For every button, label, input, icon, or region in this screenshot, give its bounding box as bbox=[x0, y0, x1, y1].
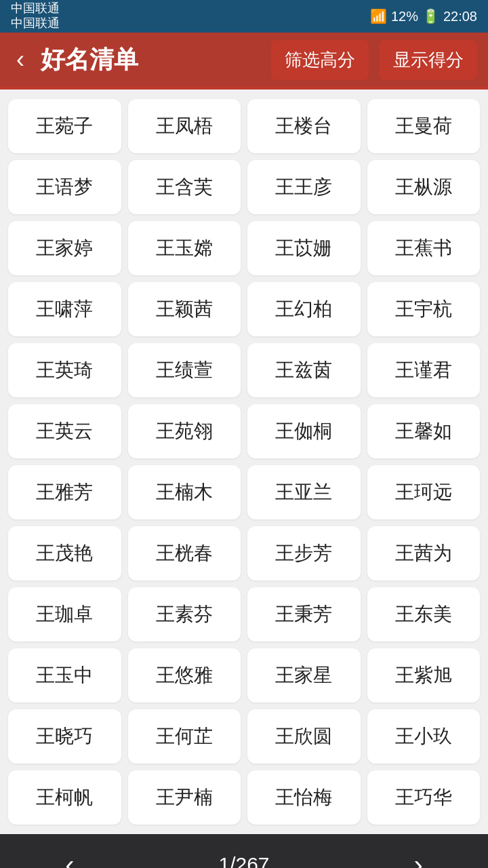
list-item[interactable]: 王紫旭 bbox=[367, 648, 481, 703]
bottom-navigation: ‹ 1/267 › bbox=[0, 834, 488, 868]
page-indicator: 1/267 bbox=[140, 853, 349, 868]
signal-icon: 📶 bbox=[370, 8, 387, 24]
list-item[interactable]: 王东美 bbox=[367, 587, 481, 642]
list-item[interactable]: 王苡姗 bbox=[247, 221, 361, 275]
list-item[interactable]: 王英琦 bbox=[8, 343, 121, 397]
list-item[interactable]: 王绩萱 bbox=[128, 343, 241, 397]
list-item[interactable]: 王宇杭 bbox=[367, 282, 481, 336]
list-item[interactable]: 王怡梅 bbox=[247, 770, 361, 825]
list-item[interactable]: 王玉中 bbox=[8, 648, 121, 703]
list-item[interactable]: 王幻柏 bbox=[247, 282, 361, 336]
list-item[interactable]: 王悠雅 bbox=[128, 648, 241, 703]
filter-high-score-button[interactable]: 筛选高分 bbox=[271, 40, 369, 80]
list-item[interactable]: 王王彦 bbox=[247, 160, 361, 214]
list-item[interactable]: 王茂艳 bbox=[8, 526, 121, 580]
list-item[interactable]: 王侞桐 bbox=[247, 404, 361, 458]
list-item[interactable]: 王楼台 bbox=[247, 99, 361, 153]
next-page-button[interactable]: › bbox=[348, 834, 488, 868]
list-item[interactable]: 王楠木 bbox=[128, 465, 241, 519]
list-item[interactable]: 王珂远 bbox=[367, 465, 481, 519]
list-item[interactable]: 王秉芳 bbox=[247, 587, 361, 642]
prev-page-button[interactable]: ‹ bbox=[0, 834, 140, 868]
status-bar: 中国联通 中国联通 📶 12% 🔋 22:08 bbox=[0, 0, 488, 33]
list-item[interactable]: 王苑翎 bbox=[128, 404, 241, 458]
time-display: 22:08 bbox=[443, 9, 477, 24]
list-item[interactable]: 王柯帆 bbox=[8, 770, 121, 825]
list-item[interactable]: 王语梦 bbox=[8, 160, 121, 214]
list-item[interactable]: 王桄春 bbox=[128, 526, 241, 580]
list-item[interactable]: 王茜为 bbox=[367, 526, 481, 580]
list-item[interactable]: 王含芙 bbox=[128, 160, 241, 214]
list-item[interactable]: 王步芳 bbox=[247, 526, 361, 580]
page-title: 好名清单 bbox=[41, 43, 260, 77]
battery-icon: 🔋 bbox=[422, 8, 439, 24]
show-score-button[interactable]: 显示得分 bbox=[380, 40, 477, 80]
list-item[interactable]: 王菀子 bbox=[8, 99, 121, 153]
list-item[interactable]: 王家星 bbox=[247, 648, 361, 703]
list-item[interactable]: 王蕉书 bbox=[367, 221, 481, 275]
list-item[interactable]: 王兹茵 bbox=[247, 343, 361, 397]
list-item[interactable]: 王晓巧 bbox=[8, 709, 121, 764]
carrier-info: 中国联通 中国联通 bbox=[11, 1, 60, 31]
list-item[interactable]: 王家婷 bbox=[8, 221, 121, 275]
list-item[interactable]: 王雅芳 bbox=[8, 465, 121, 519]
back-button[interactable]: ‹ bbox=[11, 40, 30, 79]
list-item[interactable]: 王颖茜 bbox=[128, 282, 241, 336]
list-item[interactable]: 王啸萍 bbox=[8, 282, 121, 336]
battery-level: 12% bbox=[391, 9, 418, 24]
list-item[interactable]: 王曼荷 bbox=[367, 99, 481, 153]
list-item[interactable]: 王谨君 bbox=[367, 343, 481, 397]
list-item[interactable]: 王亚兰 bbox=[247, 465, 361, 519]
list-item[interactable]: 王玉嫦 bbox=[128, 221, 241, 275]
header: ‹ 好名清单 筛选高分 显示得分 bbox=[0, 33, 488, 87]
list-item[interactable]: 王素芬 bbox=[128, 587, 241, 642]
list-item[interactable]: 王巧华 bbox=[367, 770, 481, 825]
list-item[interactable]: 王尹楠 bbox=[128, 770, 241, 825]
list-item[interactable]: 王英云 bbox=[8, 404, 121, 458]
list-item[interactable]: 王珈卓 bbox=[8, 587, 121, 642]
list-item[interactable]: 王小玖 bbox=[367, 709, 481, 764]
list-item[interactable]: 王欣圆 bbox=[247, 709, 361, 764]
list-item[interactable]: 王凤梧 bbox=[128, 99, 241, 153]
list-item[interactable]: 王何芷 bbox=[128, 709, 241, 764]
names-grid: 王菀子王凤梧王楼台王曼荷王语梦王含芙王王彦王枞源王家婷王玉嫦王苡姗王蕉书王啸萍王… bbox=[0, 90, 488, 834]
list-item[interactable]: 王馨如 bbox=[367, 404, 481, 458]
list-item[interactable]: 王枞源 bbox=[367, 160, 481, 214]
status-right: 📶 12% 🔋 22:08 bbox=[370, 8, 477, 24]
